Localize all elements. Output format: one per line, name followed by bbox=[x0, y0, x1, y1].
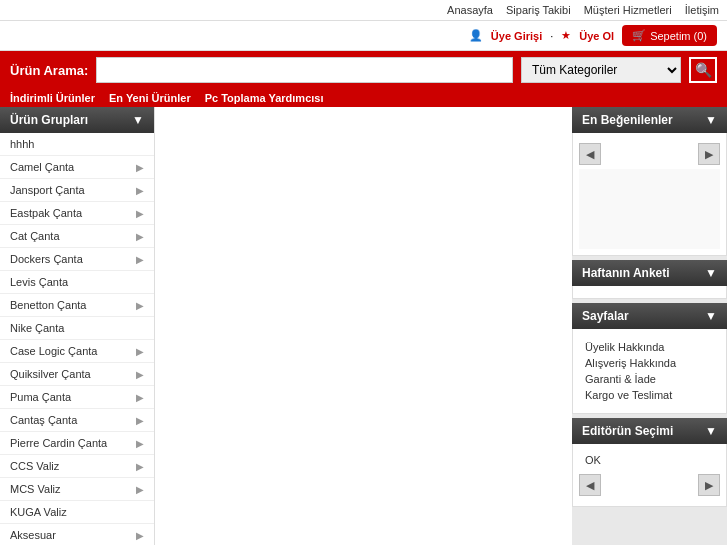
panel-body-editorun-secimi: OK◀▶ bbox=[572, 444, 727, 507]
sidebar-menu-item[interactable]: Benetton Çanta▶ bbox=[0, 294, 154, 316]
sidebar-menu-item[interactable]: hhhh bbox=[0, 133, 154, 155]
right-panel-header-sayfalar[interactable]: Sayfalar▼ bbox=[572, 303, 727, 329]
urun-gruplari-header[interactable]: Ürün Grupları ▼ bbox=[0, 107, 154, 133]
header-links: 👤 Üye Girişi · ★ Üye Ol 🛒 Sepetim (0) bbox=[469, 25, 717, 46]
uye-girisi-link[interactable]: Üye Girişi bbox=[491, 30, 542, 42]
sidebar-menu-item[interactable]: Camel Çanta▶ bbox=[0, 156, 154, 178]
sidebar-menu-item-label: Aksesuar bbox=[10, 529, 56, 541]
user-icon: 👤 bbox=[469, 29, 483, 42]
chevron-down-icon: ▼ bbox=[705, 424, 717, 438]
sidebar-menu-item[interactable]: Eastpak Çanta▶ bbox=[0, 202, 154, 224]
chevron-right-icon: ▶ bbox=[136, 254, 144, 265]
right-sidebar: En Beğenilenler▼◀▶Haftanın Anketi▼Sayfal… bbox=[572, 107, 727, 545]
right-panel-header-en-begenilenler[interactable]: En Beğenilenler▼ bbox=[572, 107, 727, 133]
sidebar-menu-item-label: CCS Valiz bbox=[10, 460, 59, 472]
nav-musteri-hizmetleri[interactable]: Müşteri Hizmetleri bbox=[584, 4, 672, 16]
sub-nav: İndirimli Ürünler En Yeni Ürünler Pc Top… bbox=[0, 89, 727, 107]
panel-prev-button[interactable]: ◀ bbox=[579, 143, 601, 165]
chevron-right-icon: ▶ bbox=[136, 208, 144, 219]
separator: · bbox=[550, 30, 553, 42]
nav-anasayfa[interactable]: Anasayfa bbox=[447, 4, 493, 16]
chevron-down-icon: ▼ bbox=[705, 309, 717, 323]
star-icon: ★ bbox=[561, 29, 571, 42]
cart-icon: 🛒 bbox=[632, 29, 646, 42]
sidebar-menu-item[interactable]: Levis Çanta bbox=[0, 271, 154, 293]
uye-ol-link[interactable]: Üye Ol bbox=[579, 30, 614, 42]
list-item: Benetton Çanta▶ bbox=[0, 294, 154, 317]
list-item: Levis Çanta bbox=[0, 271, 154, 294]
sayfalar-link-item[interactable]: Kargo ve Teslimat bbox=[585, 387, 714, 403]
subnav-indirimli[interactable]: İndirimli Ürünler bbox=[10, 92, 95, 104]
chevron-right-icon: ▶ bbox=[136, 369, 144, 380]
main-layout: Ürün Grupları ▼ hhhhCamel Çanta▶Jansport… bbox=[0, 107, 727, 545]
sidebar-menu-item-label: Dockers Çanta bbox=[10, 253, 83, 265]
list-item: CCS Valiz▶ bbox=[0, 455, 154, 478]
panel-body-sayfalar: Üyelik HakkındaAlışveriş HakkındaGaranti… bbox=[572, 329, 727, 414]
sidebar-menu-item-label: Nike Çanta bbox=[10, 322, 64, 334]
chevron-right-icon: ▶ bbox=[136, 461, 144, 472]
sidebar-menu-item[interactable]: Quiksilver Çanta▶ bbox=[0, 363, 154, 385]
list-item: Quiksilver Çanta▶ bbox=[0, 363, 154, 386]
sayfalar-link-item[interactable]: Alışveriş Hakkında bbox=[585, 355, 714, 371]
subnav-pc-toplama[interactable]: Pc Toplama Yardımcısı bbox=[205, 92, 324, 104]
right-panel-haftanin-anketi: Haftanın Anketi▼ bbox=[572, 260, 727, 299]
right-panel-header-haftanin-anketi[interactable]: Haftanın Anketi▼ bbox=[572, 260, 727, 286]
list-item: Puma Çanta▶ bbox=[0, 386, 154, 409]
sidebar-menu-item[interactable]: Dockers Çanta▶ bbox=[0, 248, 154, 270]
top-nav: Anasayfa Sipariş Takibi Müşteri Hizmetle… bbox=[0, 0, 727, 21]
sidebar-menu-item-label: Eastpak Çanta bbox=[10, 207, 82, 219]
nav-siparis-takibi[interactable]: Sipariş Takibi bbox=[506, 4, 571, 16]
panel-title-editorun-secimi: Editörün Seçimi bbox=[582, 424, 673, 438]
sidebar-menu-item-label: Cantaş Çanta bbox=[10, 414, 77, 426]
sidebar-menu-item[interactable]: Nike Çanta bbox=[0, 317, 154, 339]
list-item: KUGA Valiz bbox=[0, 501, 154, 524]
sidebar-menu-item-label: Jansport Çanta bbox=[10, 184, 85, 196]
center-content bbox=[155, 107, 572, 545]
search-button[interactable]: 🔍 bbox=[689, 57, 717, 83]
sidebar-menu-item[interactable]: CCS Valiz▶ bbox=[0, 455, 154, 477]
sayfalar-link-item[interactable]: Garanti & İade bbox=[585, 371, 714, 387]
list-item: Jansport Çanta▶ bbox=[0, 179, 154, 202]
list-item: MCS Valiz▶ bbox=[0, 478, 154, 501]
left-sidebar: Ürün Grupları ▼ hhhhCamel Çanta▶Jansport… bbox=[0, 107, 155, 545]
category-select[interactable]: Tüm Kategoriler bbox=[521, 57, 681, 83]
right-panel-editorun-secimi: Editörün Seçimi▼OK◀▶ bbox=[572, 418, 727, 507]
right-panel-sayfalar: Sayfalar▼Üyelik HakkındaAlışveriş Hakkın… bbox=[572, 303, 727, 414]
sidebar-menu-item-label: Quiksilver Çanta bbox=[10, 368, 91, 380]
sayfalar-link-item[interactable]: Üyelik Hakkında bbox=[585, 339, 714, 355]
panel-body-en-begenilenler: ◀▶ bbox=[572, 133, 727, 256]
sidebar-menu-item[interactable]: Case Logic Çanta▶ bbox=[0, 340, 154, 362]
subnav-en-yeni[interactable]: En Yeni Ürünler bbox=[109, 92, 191, 104]
sidebar-menu-item[interactable]: Puma Çanta▶ bbox=[0, 386, 154, 408]
sidebar-menu-item[interactable]: KUGA Valiz bbox=[0, 501, 154, 523]
sidebar-menu-item[interactable]: Cantaş Çanta▶ bbox=[0, 409, 154, 431]
chevron-down-icon: ▼ bbox=[705, 113, 717, 127]
panel-nav-en-begenilenler: ◀▶ bbox=[579, 139, 720, 169]
sayfalar-links: Üyelik HakkındaAlışveriş HakkındaGaranti… bbox=[579, 335, 720, 407]
sidebar-menu-item-label: Case Logic Çanta bbox=[10, 345, 97, 357]
sidebar-menu-item-label: hhhh bbox=[10, 138, 34, 150]
sidebar-menu-item[interactable]: Aksesuar▶ bbox=[0, 524, 154, 545]
panel-next-button[interactable]: ▶ bbox=[698, 474, 720, 496]
nav-iletisim[interactable]: İletişim bbox=[685, 4, 719, 16]
sidebar-menu-item[interactable]: MCS Valiz▶ bbox=[0, 478, 154, 500]
panel-prev-button[interactable]: ◀ bbox=[579, 474, 601, 496]
chevron-down-icon: ▼ bbox=[705, 266, 717, 280]
sidebar-menu-item[interactable]: Pierre Cardin Çanta▶ bbox=[0, 432, 154, 454]
sidebar-menu-item[interactable]: Cat Çanta▶ bbox=[0, 225, 154, 247]
cart-label: Sepetim (0) bbox=[650, 30, 707, 42]
list-item: Nike Çanta bbox=[0, 317, 154, 340]
header: 👤 Üye Girişi · ★ Üye Ol 🛒 Sepetim (0) bbox=[0, 21, 727, 51]
list-item: Pierre Cardin Çanta▶ bbox=[0, 432, 154, 455]
center-inner bbox=[155, 107, 572, 545]
sidebar-menu-item-label: Benetton Çanta bbox=[10, 299, 86, 311]
cart-button[interactable]: 🛒 Sepetim (0) bbox=[622, 25, 717, 46]
panel-nav-editorun-secimi: ◀▶ bbox=[579, 470, 720, 500]
chevron-right-icon: ▶ bbox=[136, 392, 144, 403]
right-panel-header-editorun-secimi[interactable]: Editörün Seçimi▼ bbox=[572, 418, 727, 444]
sidebar-menu-item-label: Camel Çanta bbox=[10, 161, 74, 173]
right-panel-en-begenilenler: En Beğenilenler▼◀▶ bbox=[572, 107, 727, 256]
panel-next-button[interactable]: ▶ bbox=[698, 143, 720, 165]
search-input[interactable] bbox=[96, 57, 513, 83]
sidebar-menu-item[interactable]: Jansport Çanta▶ bbox=[0, 179, 154, 201]
